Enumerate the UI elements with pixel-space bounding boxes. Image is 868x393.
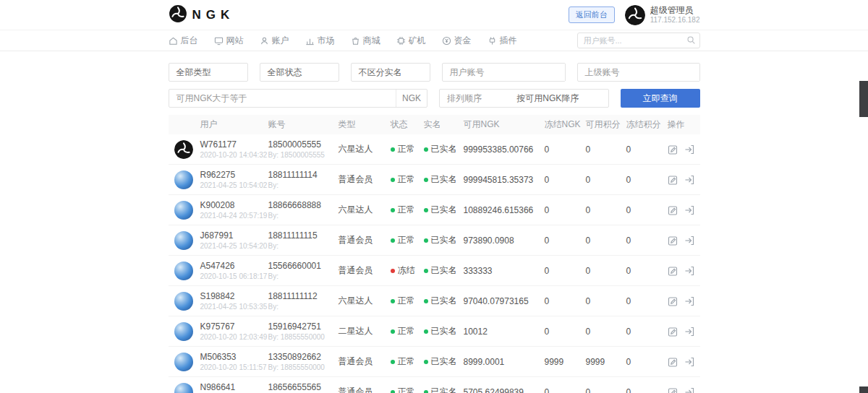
status-text: 正常 <box>398 204 415 216</box>
frozen-points: 0 <box>626 327 668 337</box>
nav-item-mall[interactable]: 商城 <box>351 35 380 47</box>
scrollbar-corner <box>859 386 868 393</box>
admin-info[interactable]: 超级管理员 117.152.16.182 <box>625 5 700 25</box>
nav-item-market[interactable]: 市场 <box>305 35 335 47</box>
account-label: 用户账号 <box>443 66 490 79</box>
status-text: 正常 <box>398 173 415 186</box>
user-id: M506353 <box>200 351 267 363</box>
realname-text: 已实名 <box>431 234 457 246</box>
realname-text: 已实名 <box>431 143 457 155</box>
member-type: 普通会员 <box>339 386 391 393</box>
home-icon <box>169 36 178 46</box>
nav-bar: 后台 网站 账户 市场 商城 矿机 <box>0 30 868 51</box>
account-filter: 用户账号 <box>442 63 566 82</box>
edit-icon[interactable] <box>668 205 678 215</box>
col-header-realname: 实名 <box>424 118 464 131</box>
status-text: 正常 <box>398 325 415 337</box>
parent-account-input[interactable] <box>626 64 699 81</box>
edit-icon[interactable] <box>668 266 678 276</box>
order-select[interactable]: 按可用NGK降序 <box>488 92 608 105</box>
search-input[interactable] <box>577 33 700 48</box>
nav-item-accounts[interactable]: 账户 <box>260 35 289 47</box>
table-row: A547426 2020-10-15 06:18:17 15566660001 … <box>169 256 700 286</box>
nav-item-plugins[interactable]: 插件 <box>488 35 517 47</box>
available-points: 9999 <box>586 357 626 367</box>
register-time: 2021-04-24 20:57:19 <box>200 211 268 221</box>
realname-dot <box>424 147 428 152</box>
edit-icon[interactable] <box>668 236 678 246</box>
user-id: W761177 <box>200 139 268 150</box>
user-avatar <box>174 292 193 311</box>
member-type: 普通会员 <box>339 173 391 186</box>
ngk-amount-input[interactable] <box>253 90 396 107</box>
login-as-icon[interactable] <box>684 357 694 367</box>
realname-select[interactable]: 不区分实名 <box>351 63 430 82</box>
account-number: 18811111112 <box>268 290 339 302</box>
login-as-icon[interactable] <box>684 296 694 306</box>
login-as-icon[interactable] <box>684 144 694 155</box>
query-button[interactable]: 立即查询 <box>621 89 700 108</box>
filter-panel: 全部类型 全部状态 不区分实名 用户账号 上级账号 可用NGK大于等于 NGK … <box>169 63 700 108</box>
frozen-points: 0 <box>626 357 668 367</box>
login-as-icon[interactable] <box>684 236 694 246</box>
user-id: K975767 <box>200 321 268 332</box>
edit-icon[interactable] <box>668 175 678 185</box>
realname-text: 已实名 <box>431 325 457 337</box>
frozen-points: 0 <box>626 266 668 276</box>
user-id: A547426 <box>200 260 268 272</box>
edit-icon[interactable] <box>668 387 678 393</box>
back-to-front-button[interactable]: 返回前台 <box>569 7 615 23</box>
search-icon[interactable] <box>686 35 696 47</box>
col-header-account: 账号 <box>268 118 339 131</box>
available-points: 0 <box>586 327 626 337</box>
nav-item-miner[interactable]: 矿机 <box>396 35 426 47</box>
referrer: By: 18855550000 <box>268 363 339 373</box>
realname-dot <box>424 269 428 273</box>
logo-text: NGK <box>192 8 235 22</box>
table-row: S198842 2021-04-25 10:53:35 18811111112 … <box>169 286 700 316</box>
edit-icon[interactable] <box>668 357 678 367</box>
realname-dot <box>424 329 428 334</box>
register-time: 2021-04-25 10:53:35 <box>200 302 268 312</box>
edit-icon[interactable] <box>668 144 678 155</box>
edit-icon[interactable] <box>668 296 678 306</box>
available-ngk: 10889246.615366 <box>464 205 545 215</box>
col-header-user: 用户 <box>169 118 268 131</box>
status-dot <box>391 238 395 243</box>
register-time: 2020-10-20 12:03:49 <box>200 332 268 342</box>
table-body: W761177 2020-10-20 14:04:32 18500005555 … <box>169 134 700 393</box>
available-ngk: 973890.0908 <box>464 236 545 246</box>
login-as-icon[interactable] <box>684 327 694 337</box>
frozen-ngk: 0 <box>545 387 586 393</box>
type-select[interactable]: 全部类型 <box>169 63 248 82</box>
nav-item-funds[interactable]: 资金 <box>442 35 472 47</box>
table-row: K900208 2021-04-24 20:57:19 18866668888 … <box>169 195 700 225</box>
register-time: 2021-04-25 10:54:20 <box>200 241 268 251</box>
nav-item-backend[interactable]: 后台 <box>169 35 198 47</box>
login-as-icon[interactable] <box>684 175 694 185</box>
nav-label: 商城 <box>363 35 380 47</box>
status-dot <box>391 178 395 182</box>
status-dot <box>391 360 395 364</box>
scrollbar-thumb[interactable] <box>859 81 868 117</box>
status-text: 正常 <box>398 355 415 368</box>
login-as-icon[interactable] <box>684 387 694 393</box>
table-row: M506353 2020-10-20 15:11:57 13350892662 … <box>169 347 700 377</box>
member-type: 六星达人 <box>339 204 391 216</box>
frozen-points: 0 <box>626 296 668 306</box>
user-id: J687991 <box>200 230 268 241</box>
frozen-points: 0 <box>626 387 668 393</box>
edit-icon[interactable] <box>668 327 678 337</box>
frozen-points: 0 <box>626 144 668 155</box>
login-as-icon[interactable] <box>684 205 694 215</box>
referrer: By: <box>268 241 339 251</box>
status-select[interactable]: 全部状态 <box>260 63 339 82</box>
account-number: 18811111115 <box>268 230 339 241</box>
login-as-icon[interactable] <box>684 266 694 276</box>
account-input[interactable] <box>490 64 565 81</box>
frozen-ngk: 0 <box>545 175 586 185</box>
nav-item-website[interactable]: 网站 <box>214 35 244 47</box>
nav-label: 账户 <box>272 35 289 47</box>
col-header-available-points: 可用积分 <box>586 118 626 131</box>
chip-icon <box>396 36 406 46</box>
